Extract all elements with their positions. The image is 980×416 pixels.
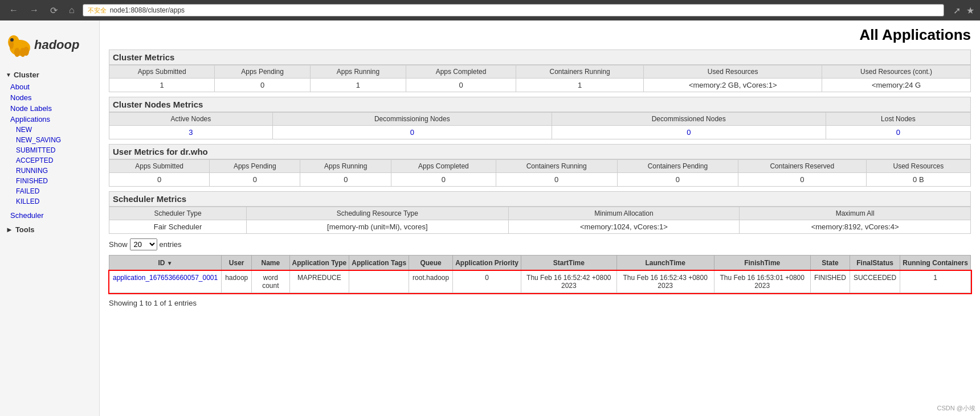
bookmark-icon[interactable]: ★ bbox=[966, 5, 974, 16]
scheduler-metrics-table: Scheduler Type Scheduling Resource Type … bbox=[109, 207, 971, 234]
col-start-time[interactable]: StartTime bbox=[521, 256, 616, 271]
col-apps-completed: Apps Completed bbox=[406, 65, 516, 79]
app-running-containers: 1 bbox=[900, 271, 971, 293]
security-warning: 不安全 bbox=[88, 6, 107, 15]
browser-right-icons: ➚ ★ bbox=[953, 5, 974, 16]
decommissioning-nodes-link[interactable]: 0 bbox=[410, 128, 414, 137]
app-id: application_1676536660057_0001 bbox=[109, 271, 222, 293]
decommissioned-nodes-link[interactable]: 0 bbox=[687, 128, 691, 137]
show-entries-control: Show 20 50 100 entries bbox=[109, 238, 971, 250]
url-bar: 不安全 node1:8088/cluster/apps bbox=[83, 4, 944, 17]
val-apps-pending: 0 bbox=[215, 79, 310, 92]
col-final-status[interactable]: FinalStatus bbox=[850, 256, 900, 271]
sidebar-tools-label: Tools bbox=[15, 225, 35, 234]
col-state[interactable]: State bbox=[810, 256, 850, 271]
col-user-containers-pending: Containers Pending bbox=[617, 160, 738, 173]
val-user-apps-completed: 0 bbox=[391, 173, 496, 187]
col-running-containers[interactable]: Running Containers bbox=[900, 256, 971, 271]
forward-button[interactable]: → bbox=[26, 4, 42, 17]
sidebar-item-killed[interactable]: KILLED bbox=[0, 196, 99, 207]
user-metrics-table: Apps Submitted Apps Pending Apps Running… bbox=[109, 159, 971, 187]
app-final-status: SUCCEEDED bbox=[850, 271, 900, 293]
sidebar-cluster-label: Cluster bbox=[14, 71, 39, 79]
col-lost-nodes: Lost Nodes bbox=[826, 113, 970, 126]
col-user-used-resources: Used Resources bbox=[866, 160, 970, 173]
col-user-apps-submitted: Apps Submitted bbox=[109, 160, 210, 173]
sidebar-item-failed[interactable]: FAILED bbox=[0, 186, 99, 196]
col-apps-submitted: Apps Submitted bbox=[109, 65, 215, 79]
sidebar-item-submitted[interactable]: SUBMITTED bbox=[0, 145, 99, 155]
val-decommissioned-nodes: 0 bbox=[552, 126, 826, 139]
sidebar-item-scheduler[interactable]: Scheduler bbox=[0, 210, 99, 221]
sidebar-tools-section[interactable]: ► Tools bbox=[0, 221, 99, 236]
main-content: All Applications Cluster Metrics Apps Su… bbox=[100, 20, 980, 416]
val-lost-nodes: 0 bbox=[826, 126, 970, 139]
back-button[interactable]: ← bbox=[6, 4, 22, 17]
col-decommissioning-nodes: Decommissioning Nodes bbox=[272, 113, 552, 126]
watermark: CSDN @小埃 bbox=[937, 404, 975, 413]
val-user-apps-pending: 0 bbox=[210, 173, 300, 187]
val-apps-completed: 0 bbox=[406, 79, 516, 92]
col-app-priority[interactable]: Application Priority bbox=[453, 256, 521, 271]
sidebar-item-accepted[interactable]: ACCEPTED bbox=[0, 155, 99, 166]
col-user-apps-pending: Apps Pending bbox=[210, 160, 300, 173]
reload-button[interactable]: ⟳ bbox=[47, 4, 61, 17]
sidebar-item-applications[interactable]: Applications bbox=[0, 114, 99, 125]
col-user-apps-completed: Apps Completed bbox=[391, 160, 496, 173]
sidebar-item-new[interactable]: NEW bbox=[0, 125, 99, 135]
svg-point-6 bbox=[20, 48, 26, 57]
val-scheduler-type: Fair Scheduler bbox=[109, 220, 247, 234]
col-user-containers-running: Containers Running bbox=[496, 160, 617, 173]
sidebar-item-finished[interactable]: FINISHED bbox=[0, 176, 99, 186]
col-name[interactable]: Name bbox=[252, 256, 289, 271]
app-layout: hadoop ▼ Cluster About Nodes Node Labels… bbox=[0, 20, 980, 416]
app-priority: 0 bbox=[453, 271, 521, 293]
col-apps-running: Apps Running bbox=[310, 65, 406, 79]
sidebar-item-running[interactable]: RUNNING bbox=[0, 166, 99, 176]
app-type: MAPREDUCE bbox=[289, 271, 349, 293]
val-used-resources: <memory:2 GB, vCores:1> bbox=[644, 79, 822, 92]
app-start-time: Thu Feb 16 16:52:42 +0800 2023 bbox=[521, 271, 616, 293]
sidebar-item-new-saving[interactable]: NEW_SAVING bbox=[0, 135, 99, 145]
app-name: word count bbox=[252, 271, 289, 293]
app-launch-time: Thu Feb 16 16:52:43 +0800 2023 bbox=[616, 271, 714, 293]
active-nodes-link[interactable]: 3 bbox=[189, 128, 193, 137]
sidebar-item-nodes[interactable]: Nodes bbox=[0, 92, 99, 103]
col-launch-time[interactable]: LaunchTime bbox=[616, 256, 714, 271]
col-queue[interactable]: Queue bbox=[409, 256, 453, 271]
col-containers-running: Containers Running bbox=[516, 65, 643, 79]
col-user[interactable]: User bbox=[222, 256, 252, 271]
col-user-containers-reserved: Containers Reserved bbox=[738, 160, 866, 173]
val-user-used-resources: 0 B bbox=[866, 173, 970, 187]
val-user-apps-submitted: 0 bbox=[109, 173, 210, 187]
entries-select[interactable]: 20 50 100 bbox=[130, 238, 157, 250]
col-min-allocation: Minimum Allocation bbox=[508, 207, 740, 220]
sidebar-cluster-section[interactable]: ▼ Cluster bbox=[0, 68, 99, 81]
cluster-nodes-header: Cluster Nodes Metrics bbox=[109, 97, 971, 112]
tools-arrow-icon: ► bbox=[6, 225, 13, 234]
cluster-arrow-icon: ▼ bbox=[6, 72, 11, 78]
col-user-apps-running: Apps Running bbox=[300, 160, 391, 173]
share-icon[interactable]: ➚ bbox=[953, 5, 961, 16]
lost-nodes-link[interactable]: 0 bbox=[896, 128, 900, 137]
app-id-link[interactable]: application_1676536660057_0001 bbox=[113, 274, 218, 282]
app-user: hadoop bbox=[222, 271, 252, 293]
cluster-metrics-header: Cluster Metrics bbox=[109, 50, 971, 65]
svg-point-3 bbox=[10, 38, 14, 42]
app-state: FINISHED bbox=[810, 271, 850, 293]
col-app-tags[interactable]: Application Tags bbox=[349, 256, 409, 271]
hadoop-elephant-icon bbox=[6, 31, 34, 59]
home-button[interactable]: ⌂ bbox=[66, 4, 78, 17]
sidebar-item-node-labels[interactable]: Node Labels bbox=[0, 103, 99, 114]
col-finish-time[interactable]: FinishTime bbox=[714, 256, 810, 271]
col-id[interactable]: ID ▼ bbox=[109, 256, 222, 271]
val-user-containers-pending: 0 bbox=[617, 173, 738, 187]
sidebar-item-about[interactable]: About bbox=[0, 81, 99, 92]
col-app-type[interactable]: Application Type bbox=[289, 256, 349, 271]
val-max-allocation: <memory:8192, vCores:4> bbox=[740, 220, 971, 234]
val-scheduling-resource-type: [memory-mb (unit=Mi), vcores] bbox=[247, 220, 509, 234]
page-title: All Applications bbox=[109, 26, 971, 44]
val-active-nodes: 3 bbox=[109, 126, 273, 139]
col-apps-pending: Apps Pending bbox=[215, 65, 310, 79]
val-min-allocation: <memory:1024, vCores:1> bbox=[508, 220, 740, 234]
